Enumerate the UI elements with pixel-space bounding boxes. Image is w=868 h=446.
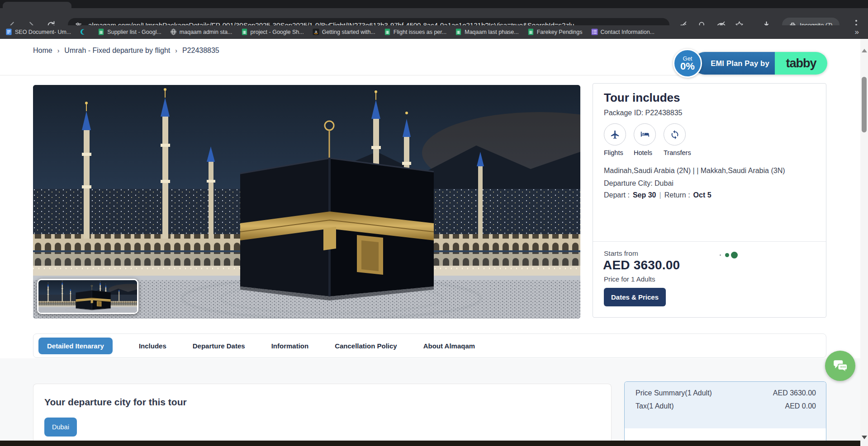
breadcrumb: Home › Umrah - Fixed departure by flight… <box>33 47 219 55</box>
bookmark-project-sheet[interactable]: project - Google Sh... <box>241 28 304 35</box>
get-zero-percent-badge[interactable]: Get 0% <box>673 49 702 78</box>
dates-and-prices-button[interactable]: Dates & Prices <box>604 288 666 306</box>
tab-information[interactable]: Information <box>271 342 309 350</box>
sheets-icon <box>384 28 391 35</box>
chevron-right-icon: › <box>57 47 60 54</box>
sheets-icon <box>241 28 248 35</box>
tabby-logo: tabby <box>775 52 827 75</box>
departure-city-card: Your departure city for this tour Dubai <box>33 384 612 441</box>
emi-plan-label: EMI Plan Pay by <box>693 52 775 75</box>
package-tabs: Detailed Itenarary Includes Departure Da… <box>33 333 826 358</box>
bookmarks-bar: SEO Document- Um... Supplier list - Goog… <box>0 25 868 39</box>
bookmark-amazon[interactable]: a Getting started with... <box>313 28 375 35</box>
route-text: Madinah,Saudi Arabia (2N) | | Makkah,Sau… <box>604 167 785 175</box>
travel-dates: Depart :Sep 30 | Return :Oct 5 <box>604 191 711 199</box>
departure-city-text: Departure City: Dubai <box>604 179 674 188</box>
bookmark-seo-document[interactable]: SEO Document- Um... <box>5 28 71 35</box>
tour-includes-panel: Tour includes Package ID: P22438835 Flig… <box>593 83 826 318</box>
tab-about-almaqam[interactable]: About Almaqam <box>423 342 475 350</box>
loading-dots <box>720 251 742 259</box>
bookmark-farekey-pendings[interactable]: Farekey Pendings <box>527 28 583 35</box>
globe-icon <box>170 28 177 35</box>
sheets-icon <box>98 28 104 35</box>
tax-value: AED 0.00 <box>785 402 816 410</box>
page-scrollbar[interactable] <box>860 39 868 446</box>
tax-row: Tax(1 Adult) AED 0.00 <box>636 402 816 410</box>
bookmark-flight-issues[interactable]: Flight issues as per... <box>384 28 446 35</box>
scrollbar-up-arrow[interactable] <box>862 49 867 52</box>
browser-toolbar: almaqam.com/en/UmrahPackageDetails/FP-00… <box>0 8 868 25</box>
tour-includes-title: Tour includes <box>604 91 680 105</box>
price-summary-row: Price Summary(1 Adult) AED 3630.00 <box>636 389 816 397</box>
tabby-emi-banner[interactable]: EMI Plan Pay by tabby <box>693 52 827 75</box>
feature-flights: Flights <box>604 123 626 156</box>
doc-icon <box>5 28 12 35</box>
breadcrumb-category[interactable]: Umrah - Fixed departure by flight <box>64 47 170 55</box>
tour-features: Flights Hotels Transfers <box>604 123 691 156</box>
sheets-icon <box>527 28 534 35</box>
starts-from-label: Starts from <box>604 249 638 258</box>
price-note: Price for 1 Adults <box>604 275 655 283</box>
departure-city-title: Your departure city for this tour <box>44 397 187 408</box>
starting-price: AED 3630.00 <box>603 258 680 272</box>
chat-bubbles-icon <box>832 359 849 373</box>
scrollbar-thumb[interactable] <box>862 77 867 132</box>
transfers-icon <box>670 130 680 140</box>
pipe-separator: | <box>659 191 661 199</box>
browser-tab-strip <box>0 0 868 8</box>
gallery-thumbnail[interactable] <box>37 279 138 314</box>
header-divider <box>0 75 681 75</box>
bookmark-contact-information[interactable]: Contact Information... <box>591 28 655 35</box>
bed-icon <box>640 130 650 140</box>
chevron-right-icon: › <box>175 47 177 54</box>
bookmark-supplier-list[interactable]: Supplier list - Googl... <box>98 28 161 35</box>
tab-departure-dates[interactable]: Departure Dates <box>193 342 245 350</box>
tab-cancellation-policy[interactable]: Cancellation Policy <box>335 342 397 350</box>
active-browser-tab[interactable] <box>3 2 71 8</box>
panel-divider <box>593 241 826 242</box>
feature-hotels: Hotels <box>634 123 656 156</box>
breadcrumb-package-id: P22438835 <box>182 47 219 55</box>
package-id-text: Package ID: P22438835 <box>604 109 682 117</box>
bookmark-crescent[interactable] <box>80 28 89 35</box>
svg-text:a: a <box>315 29 317 34</box>
browser-window: almaqam.com/en/UmrahPackageDetails/FP-00… <box>0 0 868 446</box>
plane-icon <box>610 130 620 140</box>
sheets-icon <box>455 28 462 35</box>
departure-city-dubai-button[interactable]: Dubai <box>44 418 77 437</box>
tab-includes[interactable]: Includes <box>139 342 166 350</box>
tab-detailed-itenarary[interactable]: Detailed Itenarary <box>38 338 113 354</box>
tax-label: Tax(1 Adult) <box>636 402 674 410</box>
breadcrumb-home[interactable]: Home <box>33 47 52 55</box>
bookmarks-overflow-chevron[interactable]: » <box>855 28 863 37</box>
amazon-icon: a <box>313 28 319 35</box>
price-summary-label: Price Summary(1 Adult) <box>636 389 712 397</box>
next-section-edge <box>0 441 860 446</box>
price-summary-rows: Price Summary(1 Adult) AED 3630.00 Tax(1… <box>625 382 826 428</box>
scrollbar-down-arrow[interactable] <box>862 436 867 439</box>
price-summary-card: Price Summary(1 Adult) AED 3630.00 Tax(1… <box>624 381 826 441</box>
price-summary-value: AED 3630.00 <box>773 389 816 397</box>
bookmark-maqaam-admin[interactable]: maqaam admin sta... <box>170 28 232 35</box>
chat-fab[interactable] <box>825 351 855 381</box>
bookmark-maqaam-last-phase[interactable]: Maqaam last phase... <box>455 28 519 35</box>
list-icon <box>591 28 598 35</box>
feature-transfers: Transfers <box>664 123 691 156</box>
crescent-icon <box>80 28 86 35</box>
